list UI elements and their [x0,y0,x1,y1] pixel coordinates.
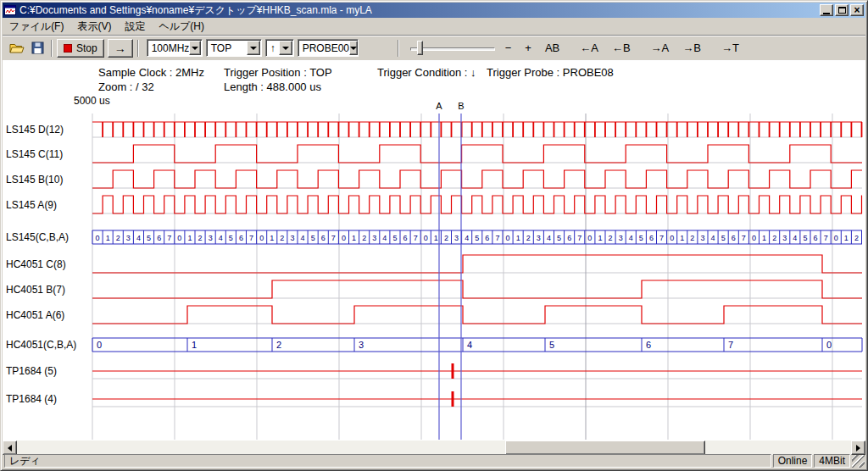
svg-text:1: 1 [844,234,849,242]
svg-text:2: 2 [772,234,776,242]
svg-text:3: 3 [619,234,623,242]
svg-text:0: 0 [177,234,181,242]
svg-text:3: 3 [537,234,541,242]
channel-wave-0 [92,122,862,137]
channel-label: LS145 C(11) [6,148,63,160]
waveform-display[interactable]: 0123456701234567012345670123456701234567… [1,1,868,471]
status-message: レディ [4,454,771,468]
svg-text:5: 5 [311,234,315,242]
channel-wave-2 [92,170,862,188]
svg-text:6: 6 [239,234,243,242]
svg-text:0: 0 [97,340,102,350]
svg-text:0: 0 [826,340,832,350]
svg-text:0: 0 [96,234,100,242]
channel-wave-8: 012345670 [92,338,862,352]
svg-text:7: 7 [167,234,171,242]
svg-text:2: 2 [444,234,448,242]
svg-text:5: 5 [803,234,807,242]
channel-wave-4: 0123456701234567012345670123456701234567… [92,230,862,244]
app-window: C:¥Documents and Settings¥noname¥デスクトップ¥… [0,0,868,471]
channel-label: LS145 D(12) [6,124,64,136]
resize-grip[interactable] [852,455,865,468]
svg-text:1: 1 [762,234,766,242]
channel-label: TP1684 (5) [6,365,57,377]
svg-text:2: 2 [116,234,120,242]
svg-text:1: 1 [192,340,197,350]
svg-text:3: 3 [209,234,213,242]
svg-text:4: 4 [467,340,472,350]
svg-text:0: 0 [342,234,346,242]
svg-text:7: 7 [728,340,733,350]
svg-text:5: 5 [475,234,479,242]
svg-text:1: 1 [516,234,520,242]
svg-text:2: 2 [609,234,613,242]
svg-text:0: 0 [259,234,264,242]
channel-label: HC4051 C(8) [6,258,66,270]
svg-text:2: 2 [198,234,203,242]
svg-text:4: 4 [219,234,223,242]
svg-text:5: 5 [392,234,397,242]
svg-text:2: 2 [854,234,859,242]
svg-text:0: 0 [587,234,592,242]
svg-text:3: 3 [454,234,459,242]
svg-text:6: 6 [649,234,654,242]
svg-text:4: 4 [465,234,469,242]
svg-text:2: 2 [690,234,694,242]
svg-text:4: 4 [136,234,141,242]
svg-text:6: 6 [732,234,736,242]
svg-text:0: 0 [424,234,428,242]
channel-label: HC4051 A(6) [6,309,64,321]
svg-text:0: 0 [752,234,756,242]
svg-text:3: 3 [359,340,364,350]
svg-text:3: 3 [126,234,131,242]
cursor-A-label: A [436,101,442,111]
svg-text:4: 4 [793,234,797,242]
svg-text:5: 5 [639,234,643,242]
screen: C:¥Documents and Settings¥noname¥デスクトップ¥… [0,0,868,471]
svg-text:2: 2 [280,234,284,242]
channel-wave-5 [92,255,862,273]
svg-text:3: 3 [290,234,294,242]
svg-text:0: 0 [834,234,838,242]
svg-text:1: 1 [598,234,602,242]
channel-label: LS145 B(10) [6,174,63,186]
svg-text:7: 7 [249,234,253,242]
svg-text:7: 7 [495,234,499,242]
channel-wave-9 [92,363,862,379]
channel-label: LS145(C,B,A) [6,231,69,243]
channel-wave-6 [92,280,862,298]
channel-wave-7 [92,306,862,324]
svg-text:1: 1 [270,234,274,242]
svg-text:2: 2 [526,234,531,242]
svg-text:0: 0 [506,234,510,242]
svg-text:7: 7 [577,234,581,242]
svg-text:6: 6 [646,340,651,350]
channel-wave-10 [92,391,862,407]
svg-text:4: 4 [629,234,633,242]
svg-text:0: 0 [670,234,674,242]
svg-text:6: 6 [403,234,408,242]
svg-text:4: 4 [301,234,305,242]
svg-text:7: 7 [659,234,664,242]
svg-text:1: 1 [106,234,110,242]
svg-text:5: 5 [549,340,554,350]
channel-label: HC4051 B(7) [6,284,65,296]
svg-text:7: 7 [824,234,828,242]
svg-text:2: 2 [362,234,366,242]
svg-text:6: 6 [567,234,571,242]
svg-text:5: 5 [721,234,726,242]
svg-text:5: 5 [229,234,233,242]
svg-text:3: 3 [782,234,787,242]
svg-text:6: 6 [485,234,489,242]
svg-text:4: 4 [547,234,551,242]
arrow-right-icon [856,445,860,452]
svg-text:2: 2 [276,340,281,350]
svg-text:6: 6 [157,234,161,242]
status-memory-badge: 4MBit [814,454,850,468]
svg-text:1: 1 [434,234,438,242]
svg-text:4: 4 [711,234,715,242]
channel-label: LS145 A(9) [6,199,57,211]
svg-text:7: 7 [742,234,746,242]
svg-text:1: 1 [352,234,356,242]
svg-text:5: 5 [147,234,151,242]
